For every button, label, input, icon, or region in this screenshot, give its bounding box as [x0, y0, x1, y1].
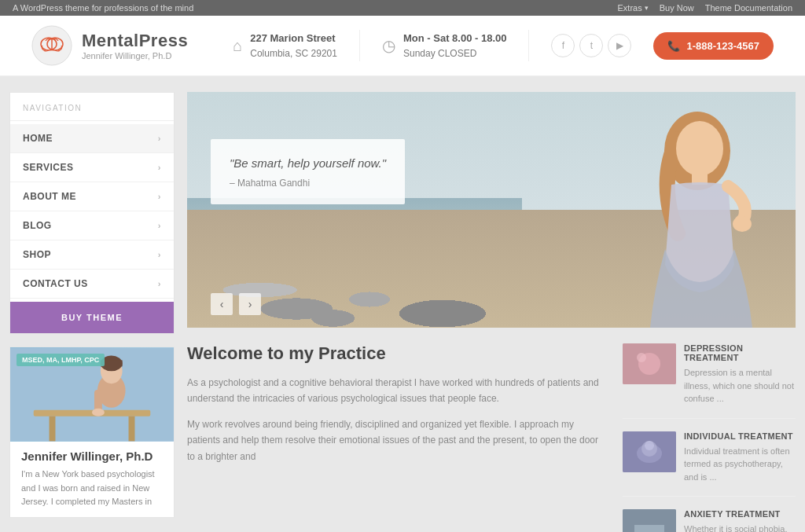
profile-bio: I'm a New York based psychologist and I …	[21, 468, 163, 509]
sidebar-item-about[interactable]: ABOUT ME ›	[10, 182, 174, 211]
sidebar-item-about-label: ABOUT ME	[23, 191, 76, 202]
slider-controls: ‹ ›	[211, 293, 261, 315]
sidebar-item-home[interactable]: HOME ›	[10, 124, 174, 153]
treatment-cards: DEPRESSION TREATMENT Depression is a men…	[623, 343, 796, 532]
header-info: ⌂ 227 Marion Street Columbia, SC 29201 ◷…	[233, 30, 774, 61]
extras-menu[interactable]: Extras ▾	[618, 3, 649, 13]
treatment-card-depression: DEPRESSION TREATMENT Depression is a men…	[623, 343, 796, 419]
anxiety-thumb	[623, 509, 676, 532]
svg-point-13	[92, 409, 105, 416]
profile-image-placeholder: MSED, MA, LMHP, CPC	[10, 347, 174, 442]
sidebar-nav: NAVIGATION HOME › SERVICES › ABOUT ME › …	[9, 92, 175, 334]
svg-point-24	[645, 441, 654, 450]
profile-info: Jennifer Willinger, Ph.D I'm a New York …	[10, 442, 174, 517]
sidebar-item-shop-label: SHOP	[23, 249, 51, 260]
anxiety-title: ANXIETY TREATMENT	[684, 509, 796, 519]
phone-button[interactable]: 📞 1-888-123-4567	[653, 32, 774, 60]
site-name: MentalPress	[82, 31, 188, 51]
svg-rect-5	[34, 410, 151, 416]
hours-line2: Sunday CLOSED	[403, 48, 476, 59]
buy-now-link[interactable]: Buy Now	[660, 3, 694, 13]
youtube-icon[interactable]: ▶	[608, 34, 631, 57]
quote-text: "Be smart, help yourself now."	[230, 155, 386, 171]
logo-text: MentalPress Jennifer Willinger, Ph.D	[82, 31, 188, 61]
svg-point-15	[676, 121, 723, 176]
quote-box: "Be smart, help yourself now." – Mahatma…	[211, 139, 405, 204]
brain-logo-icon	[31, 25, 72, 66]
address-line1: 227 Marion Street	[250, 32, 335, 44]
hero-slider: "Be smart, help yourself now." – Mahatma…	[187, 92, 796, 328]
sidebar-item-services-label: SERVICES	[23, 162, 73, 173]
individual-desc: Individual treatment is often termed as …	[684, 445, 796, 484]
profile-name: Jennifer Willinger, Ph.D	[21, 449, 163, 463]
individual-title: INDIVIDUAL TREATMENT	[684, 431, 796, 441]
address-text: 227 Marion Street Columbia, SC 29201	[250, 31, 337, 61]
sidebar-item-services[interactable]: SERVICES ›	[10, 153, 174, 182]
main-content: "Be smart, help yourself now." – Mahatma…	[187, 92, 796, 532]
hours-text: Mon - Sat 8.00 - 18.00 Sunday CLOSED	[403, 31, 507, 61]
clock-icon: ◷	[382, 36, 395, 55]
svg-point-17	[733, 216, 752, 232]
facebook-icon[interactable]: f	[551, 34, 575, 57]
header-separator	[359, 30, 360, 61]
profile-image: MSED, MA, LMHP, CPC	[10, 347, 174, 442]
sidebar-item-shop[interactable]: SHOP ›	[10, 240, 174, 270]
main-wrapper: NAVIGATION HOME › SERVICES › ABOUT ME › …	[0, 76, 805, 532]
sidebar-item-blog[interactable]: BLOG ›	[10, 211, 174, 240]
slider-next-button[interactable]: ›	[239, 293, 261, 315]
sidebar-item-contact-label: CONTACT US	[23, 278, 88, 289]
chevron-right-icon-6: ›	[158, 279, 161, 288]
woman-figure-icon	[615, 108, 772, 328]
depression-desc: Depression is a mental illness, which on…	[684, 366, 796, 405]
address-block: ⌂ 227 Marion Street Columbia, SC 29201	[233, 31, 337, 61]
sidebar-item-home-label: HOME	[23, 133, 53, 144]
theme-docs-link[interactable]: Theme Documentation	[705, 3, 792, 13]
logo-area: MentalPress Jennifer Willinger, Ph.D	[31, 25, 188, 66]
welcome-title: Welcome to my Practice	[187, 343, 607, 364]
hours-line1: Mon - Sat 8.00 - 18.00	[403, 32, 507, 44]
extras-label: Extras	[618, 3, 642, 13]
svg-rect-6	[50, 416, 56, 442]
treatment-card-anxiety: ANXIETY TREATMENT Whether it is social p…	[623, 509, 796, 532]
svg-rect-7	[129, 416, 135, 442]
individual-thumb	[623, 431, 676, 472]
sidebar-item-contact[interactable]: CONTACT US ›	[10, 270, 174, 299]
welcome-text: Welcome to my Practice As a psychologist…	[187, 343, 607, 532]
treatment-card-individual: INDIVIDUAL TREATMENT Individual treatmen…	[623, 431, 796, 497]
svg-rect-27	[634, 525, 664, 532]
sidebar-item-blog-label: BLOG	[23, 220, 52, 231]
chevron-right-icon-3: ›	[158, 192, 161, 201]
anxiety-info: ANXIETY TREATMENT Whether it is social p…	[684, 509, 796, 532]
chevron-down-icon: ▾	[645, 4, 649, 12]
nav-label: NAVIGATION	[10, 104, 174, 121]
twitter-icon[interactable]: t	[579, 34, 603, 57]
address-line2: Columbia, SC 29201	[250, 48, 337, 59]
depression-info: DEPRESSION TREATMENT Depression is a men…	[684, 343, 796, 405]
profile-badge: MSED, MA, LMHP, CPC	[17, 354, 105, 366]
depression-thumb	[623, 343, 676, 384]
site-header: MentalPress Jennifer Willinger, Ph.D ⌂ 2…	[0, 16, 805, 76]
chevron-right-icon-4: ›	[158, 221, 161, 230]
buy-theme-button[interactable]: BUY THEME	[10, 302, 174, 333]
chevron-right-icon-2: ›	[158, 163, 161, 172]
admin-bar-text: A WordPress theme for professions of the…	[13, 3, 193, 13]
admin-bar: A WordPress theme for professions of the…	[0, 0, 805, 16]
phone-number: 1-888-123-4567	[686, 40, 759, 52]
phone-icon: 📞	[667, 40, 680, 52]
slider-prev-button[interactable]: ‹	[211, 293, 233, 315]
admin-bar-right: Extras ▾ Buy Now Theme Documentation	[618, 3, 793, 13]
svg-rect-12	[94, 390, 102, 412]
quote-author: – Mahatma Gandhi	[230, 178, 386, 189]
slider-background	[187, 92, 796, 328]
depression-title: DEPRESSION TREATMENT	[684, 343, 796, 362]
profile-card: MSED, MA, LMHP, CPC Jennifer Willinger, …	[9, 347, 175, 518]
welcome-para2: My work revolves around being friendly, …	[187, 416, 607, 464]
welcome-para1: As a psychologist and a cognitive behavi…	[187, 375, 607, 407]
chevron-right-icon-5: ›	[158, 250, 161, 259]
anxiety-desc: Whether it is social phobia, specific ..…	[684, 523, 796, 532]
chevron-right-icon: ›	[158, 134, 161, 143]
hours-block: ◷ Mon - Sat 8.00 - 18.00 Sunday CLOSED	[382, 31, 507, 61]
sidebar: NAVIGATION HOME › SERVICES › ABOUT ME › …	[9, 92, 175, 532]
individual-info: INDIVIDUAL TREATMENT Individual treatmen…	[684, 431, 796, 484]
svg-point-20	[637, 353, 646, 362]
